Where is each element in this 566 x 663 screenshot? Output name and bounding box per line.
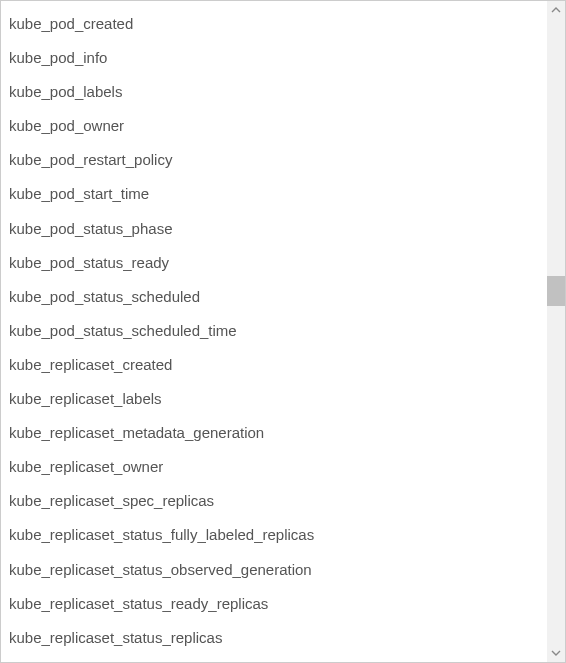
list-item[interactable]: kube_replicaset_metadata_generation: [9, 416, 547, 450]
scroll-track[interactable]: [547, 19, 565, 644]
list-item[interactable]: kube_pod_created: [9, 7, 547, 41]
list-item[interactable]: kube_replicaset_spec_replicas: [9, 484, 547, 518]
list-item[interactable]: kube_replicaset_labels: [9, 382, 547, 416]
list-item[interactable]: kube_pod_info: [9, 41, 547, 75]
list-item[interactable]: kube_replicaset_status_replicas: [9, 621, 547, 655]
list-item[interactable]: kube_secret_created: [9, 655, 547, 662]
list-item[interactable]: kube_replicaset_status_observed_generati…: [9, 553, 547, 587]
list-item[interactable]: kube_pod_status_ready: [9, 246, 547, 280]
metric-list-inner: kube_pod_created kube_pod_info kube_pod_…: [1, 1, 547, 662]
list-item[interactable]: kube_pod_owner: [9, 109, 547, 143]
list-item[interactable]: kube_pod_status_scheduled: [9, 280, 547, 314]
list-item[interactable]: kube_pod_labels: [9, 75, 547, 109]
list-item[interactable]: kube_replicaset_owner: [9, 450, 547, 484]
metric-list-panel: kube_pod_created kube_pod_info kube_pod_…: [0, 0, 566, 663]
list-item[interactable]: kube_replicaset_created: [9, 348, 547, 382]
scroll-thumb[interactable]: [547, 276, 565, 306]
list-item[interactable]: kube_pod_status_scheduled_time: [9, 314, 547, 348]
scroll-up-arrow-icon[interactable]: [547, 1, 565, 19]
scroll-down-arrow-icon[interactable]: [547, 644, 565, 662]
list-item[interactable]: kube_replicaset_status_ready_replicas: [9, 587, 547, 621]
list-item[interactable]: kube_replicaset_status_fully_labeled_rep…: [9, 518, 547, 552]
vertical-scrollbar[interactable]: [547, 1, 565, 662]
metric-list[interactable]: kube_pod_created kube_pod_info kube_pod_…: [1, 1, 547, 662]
list-item[interactable]: kube_pod_restart_policy: [9, 143, 547, 177]
list-item[interactable]: kube_pod_status_phase: [9, 212, 547, 246]
list-item[interactable]: kube_pod_start_time: [9, 177, 547, 211]
